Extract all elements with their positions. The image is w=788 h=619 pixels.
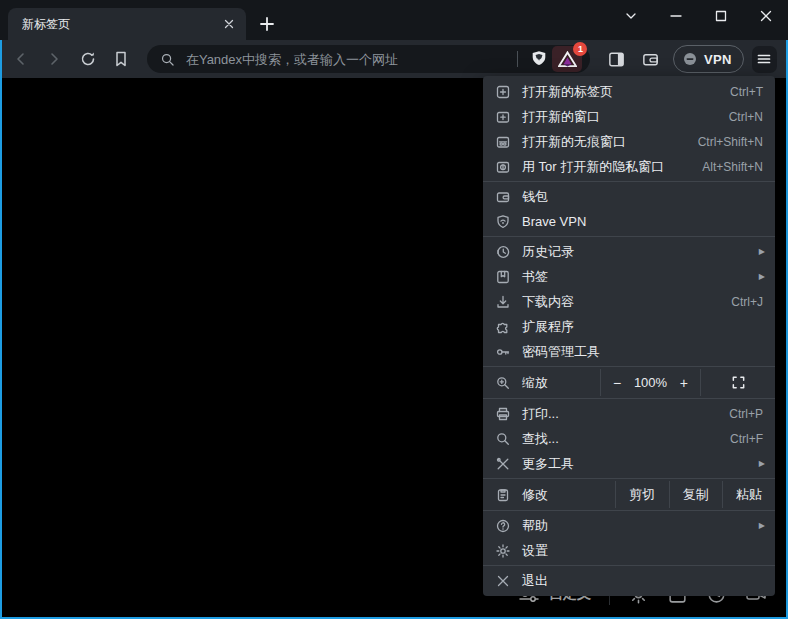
find-icon — [495, 431, 511, 447]
tab-strip: 新标签页 — [0, 0, 788, 40]
menu-item-zoom: 缩放 − 100% + — [483, 369, 775, 396]
menu-item-edit: 修改 剪切 复制 粘贴 — [483, 481, 775, 508]
menu-button[interactable] — [752, 46, 777, 73]
menu-item-label: 查找... — [522, 430, 730, 448]
tab-new-tab[interactable]: 新标签页 — [8, 8, 246, 40]
menu-item-brave-vpn[interactable]: Brave VPN — [483, 209, 775, 234]
fullscreen-icon — [731, 375, 746, 390]
menu-separator — [483, 181, 775, 182]
menu-item-history[interactable]: 历史记录 ▶ — [483, 239, 775, 264]
menu-item-label: 打开新的无痕窗口 — [522, 133, 698, 151]
menu-item-new-window[interactable]: 打开新的窗口 Ctrl+N — [483, 104, 775, 129]
address-bar[interactable]: 1 — [147, 45, 591, 73]
back-button[interactable] — [7, 45, 35, 73]
downloads-icon — [495, 294, 511, 310]
submenu-arrow-icon: ▶ — [759, 272, 775, 281]
zoom-out-button[interactable]: − — [613, 375, 621, 391]
menu-item-extensions[interactable]: 扩展程序 — [483, 314, 775, 339]
bookmark-icon[interactable] — [107, 45, 135, 73]
zoom-controls: − 100% + — [600, 369, 700, 396]
wallet-icon[interactable] — [637, 45, 665, 73]
menu-item-wallet[interactable]: 钱包 — [483, 184, 775, 209]
menu-item-label: 设置 — [522, 542, 775, 560]
copy-button[interactable]: 复制 — [669, 481, 723, 508]
menu-item-label: 密码管理工具 — [522, 343, 775, 361]
vpn-button[interactable]: VPN — [673, 45, 744, 73]
close-button[interactable] — [743, 0, 788, 32]
fullscreen-button[interactable] — [700, 369, 775, 396]
edit-clipboard-icon — [495, 487, 511, 503]
bookmarks-icon — [495, 269, 511, 285]
new-window-icon — [495, 109, 511, 125]
menu-item-label: 更多工具 — [522, 455, 759, 473]
menu-item-shortcut: Ctrl+N — [729, 110, 775, 124]
menu-separator — [483, 510, 775, 511]
menu-item-shortcut: Ctrl+P — [729, 407, 775, 421]
menu-separator — [483, 565, 775, 566]
menu-item-label: 打印... — [522, 405, 729, 423]
menu-item-more-tools[interactable]: 更多工具 ▶ — [483, 451, 775, 476]
menu-item-exit[interactable]: 退出 — [483, 568, 775, 593]
menu-item-label: 退出 — [522, 572, 775, 590]
zoom-icon — [495, 375, 511, 391]
cut-button[interactable]: 剪切 — [615, 481, 669, 508]
extensions-puzzle-icon — [495, 319, 511, 335]
menu-item-label: 打开新的标签页 — [522, 83, 730, 101]
edit-label-cell: 修改 — [483, 481, 615, 508]
history-icon — [495, 244, 511, 260]
menu-separator — [483, 398, 775, 399]
tab-search-button[interactable] — [608, 0, 653, 32]
menu-item-shortcut: Alt+Shift+N — [702, 160, 775, 174]
paste-button[interactable]: 粘贴 — [722, 481, 775, 508]
menu-item-find[interactable]: 查找... Ctrl+F — [483, 426, 775, 451]
menu-separator — [483, 366, 775, 367]
new-tab-button[interactable] — [254, 11, 280, 37]
menu-item-label: 钱包 — [522, 188, 775, 206]
reload-button[interactable] — [73, 45, 101, 73]
menu-item-label: Brave VPN — [522, 214, 775, 229]
menu-item-downloads[interactable]: 下载内容 Ctrl+J — [483, 289, 775, 314]
vpn-label: VPN — [704, 52, 732, 67]
menu-item-new-tab[interactable]: 打开新的标签页 Ctrl+T — [483, 79, 775, 104]
brave-rewards-icon[interactable]: 1 — [552, 46, 582, 72]
window-controls — [608, 0, 788, 32]
settings-gear-icon — [495, 543, 511, 559]
menu-separator — [483, 236, 775, 237]
edit-label: 修改 — [522, 486, 615, 504]
tor-icon — [495, 159, 511, 175]
search-icon — [160, 52, 175, 67]
zoom-label-cell: 缩放 — [483, 369, 600, 396]
help-icon — [495, 518, 511, 534]
menu-item-label: 帮助 — [522, 517, 759, 535]
tab-title: 新标签页 — [22, 16, 220, 33]
address-input[interactable] — [184, 51, 510, 68]
app-menu: 打开新的标签页 Ctrl+T 打开新的窗口 Ctrl+N 打开新的无痕窗口 Ct… — [483, 76, 775, 596]
menu-item-label: 历史记录 — [522, 243, 759, 261]
submenu-arrow-icon: ▶ — [759, 247, 775, 256]
sidebar-toggle-icon[interactable] — [602, 45, 630, 73]
maximize-button[interactable] — [698, 0, 743, 32]
forward-button[interactable] — [40, 45, 68, 73]
menu-item-new-tor-window[interactable]: 用 Tor 打开新的隐私窗口 Alt+Shift+N — [483, 154, 775, 179]
vpn-shield-icon — [495, 214, 511, 230]
zoom-in-button[interactable]: + — [680, 375, 688, 391]
menu-item-print[interactable]: 打印... Ctrl+P — [483, 401, 775, 426]
submenu-arrow-icon: ▶ — [759, 459, 775, 468]
tab-close-icon[interactable] — [220, 15, 238, 33]
menu-item-label: 书签 — [522, 268, 759, 286]
minimize-button[interactable] — [653, 0, 698, 32]
menu-item-password-manager[interactable]: 密码管理工具 — [483, 339, 775, 364]
menu-item-shortcut: Ctrl+F — [730, 432, 775, 446]
vpn-status-icon — [682, 51, 698, 67]
menu-item-settings[interactable]: 设置 — [483, 538, 775, 563]
menu-item-help[interactable]: 帮助 ▶ — [483, 513, 775, 538]
wallet-icon — [495, 189, 511, 205]
menu-item-label: 用 Tor 打开新的隐私窗口 — [522, 158, 702, 176]
menu-item-shortcut: Ctrl+Shift+N — [698, 135, 775, 149]
menu-separator — [483, 478, 775, 479]
menu-item-label: 下载内容 — [522, 293, 731, 311]
menu-item-bookmarks[interactable]: 书签 ▶ — [483, 264, 775, 289]
brave-shield-icon[interactable] — [526, 47, 552, 71]
menu-item-shortcut: Ctrl+J — [731, 295, 775, 309]
menu-item-new-private-window[interactable]: 打开新的无痕窗口 Ctrl+Shift+N — [483, 129, 775, 154]
